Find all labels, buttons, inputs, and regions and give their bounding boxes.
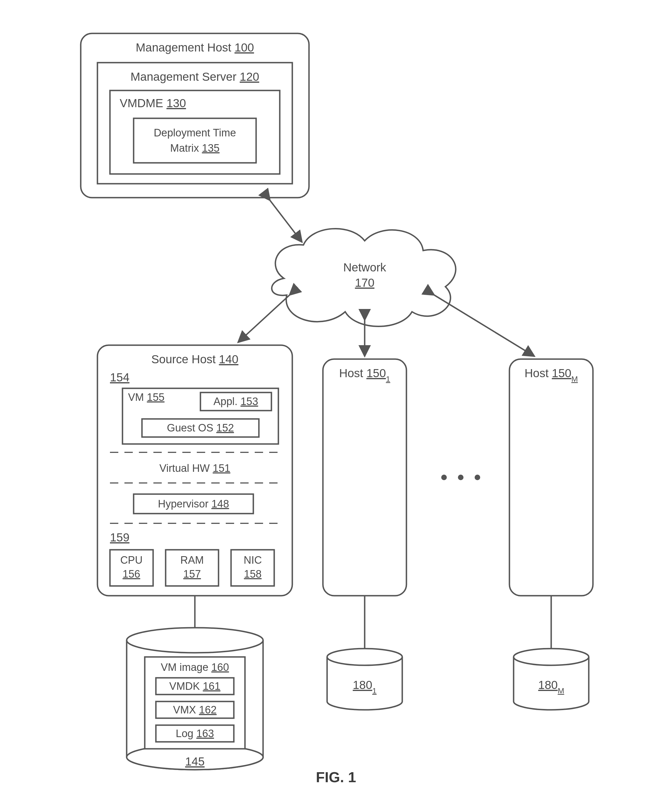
log-ref: 163 [196,728,214,739]
disk1801-sub: 1 [372,686,377,695]
vmdme-ref: 130 [166,97,186,110]
disk180m-ref: 180 [538,678,558,691]
svg-text:180M: 180M [538,678,564,695]
vmdme-label: VMDME [120,97,163,110]
hypervisor-ref: 148 [211,498,229,510]
svg-text:VM
     
    155: VM 155 [128,391,165,403]
vmx-label: VMX [173,704,196,716]
vmimage-label: VM image [161,661,208,673]
host1-label: Host [339,366,363,380]
vmimage-ref: 160 [211,661,229,673]
svg-rect-6 [134,118,256,163]
host1-ref: 150 [366,366,386,380]
network-ref: 170 [355,276,374,289]
svg-text:Management Server
     
    12: Management Server 120 [131,70,259,83]
vm-label: VM [128,391,144,403]
svg-text:Source Host
     
    140: Source Host 140 [152,353,238,366]
svg-rect-41 [509,359,593,596]
svg-text:VMX
     
    162: VMX 162 [173,704,217,716]
svg-point-39 [458,475,464,480]
cpu-ref: 156 [123,568,140,580]
svg-text:Virtual HW
     
    151: Virtual HW 151 [160,462,230,474]
vmdk-ref: 161 [203,680,220,692]
virtualhw-label: Virtual HW [160,462,210,474]
disk-180-1: 1801 [327,649,402,710]
nic-box: NIC 158 [231,550,274,586]
guestos-ref: 152 [216,422,234,434]
vm-ref: 155 [147,391,165,403]
arrow-mgmt-network [270,200,302,242]
svg-point-25 [126,628,263,653]
vmx-ref: 162 [199,704,217,716]
disk1801-ref: 180 [353,678,372,691]
dtm-line2: Matrix [170,142,199,154]
figure-caption: FIG. 1 [316,769,356,785]
svg-text:Guest OS
     
    152: Guest OS 152 [167,422,234,434]
svg-point-40 [475,475,480,480]
network-label: Network [343,261,386,274]
svg-point-38 [441,475,447,480]
svg-point-36 [327,649,402,665]
virtualhw-ref: 151 [213,462,230,474]
management-host-ref: 100 [234,41,254,54]
svg-text:Management Host
     
    100: Management Host 100 [136,41,254,54]
host-m-box: Host 150M [509,359,593,596]
source-host-box: Source Host 140 154 VM 155 Appl. 153 Gue… [98,345,292,596]
ram-label: RAM [181,554,204,566]
ref-154: 154 [110,371,130,384]
dtm-ref: 135 [202,142,219,154]
source-host-label: Source Host [152,353,216,366]
source-host-ref: 140 [219,353,238,366]
guestos-label: Guest OS [167,422,213,434]
disk-180-m: 180M [514,649,589,710]
disk145-ref: 145 [185,755,205,768]
hostm-label: Host [525,366,549,380]
disk180m-sub: M [558,686,564,695]
disk-145: VM image 160 VMDK 161 VMX 162 Log 163 14… [126,628,263,770]
svg-rect-34 [323,359,406,596]
management-server-ref: 120 [240,70,259,83]
log-label: Log [176,728,193,739]
vmdk-label: VMDK [169,680,200,692]
svg-text:Hypervisor
     
    148: Hypervisor 148 [158,498,229,510]
management-host-label: Management Host [136,41,232,54]
svg-text:VM image
     
    160: VM image 160 [161,661,229,673]
svg-point-43 [514,649,589,665]
host-1-box: Host 1501 [323,359,406,596]
hostm-ref: 150 [552,366,571,380]
ellipsis-dots [441,475,480,480]
host1-sub: 1 [386,375,390,383]
figure-1-diagram: Management Host 100 Management Server 12… [0,0,672,790]
management-host-box: Management Host 100 Management Server 12… [81,34,309,198]
arrow-network-source [238,295,290,342]
network-cloud: Network 170 [272,229,456,326]
svg-text:1801: 1801 [353,678,377,695]
nic-label: NIC [243,554,262,566]
svg-text:VMDK
     
    161: VMDK 161 [169,680,221,692]
svg-text:Log
     
    163: Log 163 [176,728,214,739]
ram-box: RAM 157 [166,550,219,586]
ref-159: 159 [110,531,130,544]
appl-label: Appl. [213,395,238,407]
svg-text:Matrix
     
    135: Matrix 135 [170,142,219,154]
svg-text:VMDME
     
    130: VMDME 130 [120,97,186,110]
hypervisor-label: Hypervisor [158,498,208,510]
appl-ref: 153 [240,395,258,407]
cpu-box: CPU 156 [110,550,153,586]
management-server-label: Management Server [131,70,237,83]
nic-ref: 158 [244,568,261,580]
hostm-sub: M [571,375,578,383]
svg-text:Appl.
     
    153: Appl. 153 [213,395,258,407]
arrow-network-hostm [434,295,534,356]
dtm-line1: Deployment Time [154,127,236,139]
cpu-label: CPU [120,554,142,566]
ram-ref: 157 [183,568,201,580]
